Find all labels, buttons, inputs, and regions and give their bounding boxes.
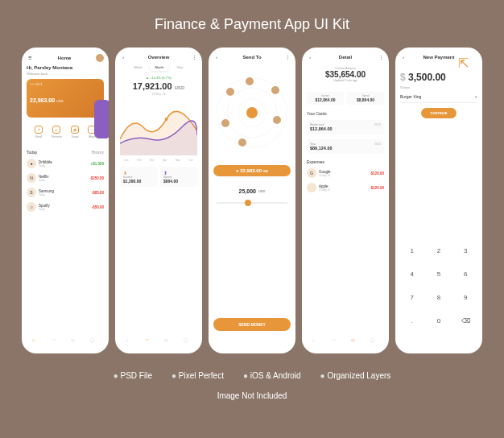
feature-item: Pixel Perfect [171,371,224,380]
nav-stats-icon[interactable]: 〰 [52,337,60,345]
bottom-nav: ⌂ 〰 ▭ ◯ [307,334,384,349]
back-icon[interactable]: ‹ [307,54,313,60]
feature-item: Organized Layers [320,371,391,380]
expense-row[interactable]: GGoogle22 May 23-$120.00 [307,166,384,180]
disclaimer: Image Not Included [217,391,287,400]
today-label: Today [27,150,37,155]
expenses-header: Expenses [307,159,324,164]
key-6[interactable]: 6 [454,264,477,284]
nav-profile-icon[interactable]: ◯ [184,337,192,345]
nav-home-icon[interactable]: ⌂ [126,337,134,345]
key-7[interactable]: 7 [400,287,423,308]
phone-mockups: ☰ Home Hi, Parsley Montana Welcome back … [22,48,482,353]
more-icon[interactable]: ⋮ [378,54,384,60]
key-8[interactable]: 8 [427,287,450,308]
greeting: Hi, Parsley Montana [27,65,104,70]
nav-wallet-icon[interactable]: ▭ [71,337,79,345]
screen-send-to: ‹ Send To ⋮ ● 22,983.00 USD 25,000 USD S… [209,48,295,353]
action-swap[interactable]: ⇄Swap [71,126,79,138]
nav-stats-icon[interactable]: 〰 [332,337,340,345]
send-money-button[interactable]: SEND MONEY [213,318,291,331]
nav-stats-icon[interactable]: 〰 [145,337,153,345]
expense-row[interactable]: Apple21 May 23-$120.00 [307,180,384,195]
more-icon[interactable]: ⋮ [191,54,197,60]
contact-center[interactable] [245,105,259,120]
cards-header: Your Cards [307,111,327,116]
continue-button[interactable]: CONTINUE [421,108,457,118]
nav-home-icon[interactable]: ⌂ [32,337,40,345]
svg-point-0 [165,118,168,121]
greeting-sub: Welcome back [27,72,104,76]
screen-title: Overview [126,55,191,60]
key-dot[interactable]: . [400,311,423,331]
stat-income: ⬇ Income $1,290.00 [120,167,157,187]
bottom-nav: ⌂ 〰 ▭ ◯ [120,334,197,349]
contact-avatar[interactable] [237,137,248,148]
card-item[interactable]: 08/26Mastercard$12,864.00 [307,120,384,134]
screen-home: ☰ Home Hi, Parsley Montana Welcome back … [22,48,109,353]
numeric-keypad: 1 2 3 4 5 6 7 8 9 . 0 ⌫ [400,241,477,331]
card-item[interactable]: 08/26Visa$89,124.00 [307,139,384,154]
tab-month[interactable]: Month [150,64,168,71]
nav-home-icon[interactable]: ⌂ [312,337,320,345]
back-icon[interactable]: ‹ [120,54,126,60]
back-icon[interactable]: ‹ [400,54,407,60]
screen-title: Home [33,56,96,60]
spend-stat: Spend$8,864.00 [347,92,384,105]
key-backspace[interactable]: ⌫ [454,311,477,331]
payment-amount: $ 3,500.00 [400,72,477,83]
quick-actions: ↗Send ↙Receive ⇄Swap ⋯More [27,122,104,142]
key-9[interactable]: 9 [454,287,477,308]
key-5[interactable]: 5 [427,264,450,284]
balance-block: Current Balance $35,654.00 Updated 2 min… [307,67,384,85]
key-3[interactable]: 3 [454,241,477,261]
period-tabs: Week Month Year [120,64,197,71]
more-icon[interactable]: ⋮ [284,54,291,60]
nav-wallet-icon[interactable]: ▭ [164,337,172,345]
tx-row[interactable]: ●DribbbleToday+$1,500 [27,156,104,171]
feature-item: PSD File [114,371,152,380]
history-link[interactable]: History [91,150,104,155]
feature-list: PSD File Pixel Perfect iOS & Android Org… [114,371,391,380]
nav-profile-icon[interactable]: ◯ [370,337,378,345]
screen-detail: ‹ Detail ⋮ Current Balance $35,654.00 Up… [302,48,389,353]
menu-icon[interactable]: ☰ [27,55,33,61]
tx-row[interactable]: ♫SpotifyToday-$50.00 [27,200,104,214]
income-stat: Income$12,864.00 [307,92,344,105]
month-labels: JanFebMarAprMayJun [120,159,197,162]
screen-title: Send To [220,55,284,60]
overview-value: 17,921.00 USD [120,81,197,91]
nav-profile-icon[interactable]: ◯ [90,337,98,345]
screen-new-payment: ‹ New Payment ⇱ $ 3,500.00 Choose Burger… [395,48,482,353]
choose-label: Choose [400,86,477,89]
primary-card[interactable]: •••• 4521 22,983.00 USD [27,79,104,118]
key-2[interactable]: 2 [427,241,450,261]
feature-item: iOS & Android [243,371,301,380]
date-label: 19 May, 23 [120,93,197,96]
contact-radar[interactable] [213,68,291,157]
amount-display[interactable]: 25,000 USD [213,183,291,199]
tx-row[interactable]: NNetflixToday-$250.00 [27,171,104,185]
change-badge: ▲ +15.3% (6.7%) [120,76,197,80]
page-title: Finance & Payment App UI Kit [155,16,349,33]
key-0[interactable]: 0 [427,311,450,331]
key-4[interactable]: 4 [400,264,423,284]
secondary-card[interactable] [94,100,109,138]
line-chart[interactable] [120,99,197,155]
slider-thumb[interactable] [245,200,251,206]
back-icon[interactable]: ‹ [213,54,220,60]
tab-week[interactable]: Week [129,64,147,71]
balance-pill: ● 22,983.00 USD [213,165,291,176]
bottom-nav: ⌂ 〰 ▭ ◯ [27,334,104,349]
contact-avatar[interactable] [220,118,231,129]
nav-wallet-icon[interactable]: ▭ [351,337,359,345]
tx-row[interactable]: SSamsungToday-$85.00 [27,185,104,200]
action-send[interactable]: ↗Send [35,126,43,138]
action-receive[interactable]: ↙Receive [52,126,62,138]
avatar[interactable] [96,54,104,62]
screen-title: Detail [313,55,378,60]
key-1[interactable]: 1 [400,241,423,261]
export-icon[interactable]: ⇱ [458,56,474,72]
tab-year[interactable]: Year [172,64,188,71]
merchant-select[interactable]: Burger King ▾ [400,91,477,103]
